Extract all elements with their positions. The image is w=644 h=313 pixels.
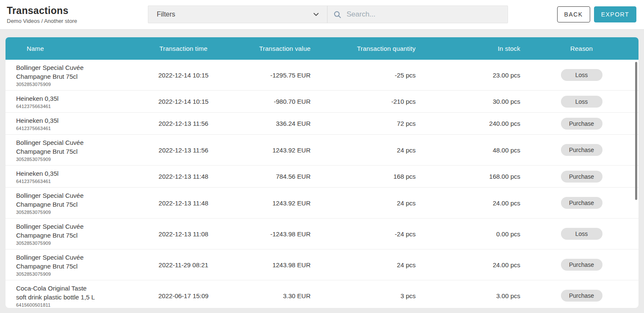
table-header: Name Transaction time Transaction value …	[6, 37, 638, 60]
page-title: Transactions	[7, 5, 77, 17]
in-stock: 168.00 pcs	[420, 166, 525, 188]
transaction-quantity: 24 pcs	[315, 135, 420, 166]
reason-badge: Purchase	[561, 118, 602, 130]
table-row[interactable]: Bollinger Special Cuvée Champagne Brut 7…	[6, 249, 638, 280]
table-body: Bollinger Special Cuvée Champagne Brut 7…	[6, 60, 638, 308]
column-header-reason: Reason	[525, 37, 638, 60]
product-name: Bollinger Special Cuvée Champagne Brut 7…	[16, 222, 120, 240]
reason-badge: Loss	[561, 96, 602, 108]
reason-badge: Purchase	[561, 197, 602, 209]
filters-label: Filters	[157, 11, 175, 18]
product-code: 6412375663461	[16, 126, 120, 131]
product-code: 6412375663461	[16, 104, 120, 109]
chevron-down-icon	[313, 11, 319, 18]
column-header-name: Name	[6, 37, 124, 60]
transactions-table: Name Transaction time Transaction value …	[6, 37, 638, 308]
transaction-quantity: 72 pcs	[315, 113, 420, 135]
in-stock: 3.00 pcs	[420, 280, 525, 308]
transaction-quantity: -24 pcs	[315, 219, 420, 249]
product-name: Coca-Cola Original Taste soft drink plas…	[16, 284, 120, 302]
reason-badge: Purchase	[561, 144, 602, 156]
in-stock: 23.00 pcs	[420, 60, 525, 91]
transaction-quantity: 24 pcs	[315, 188, 420, 219]
transaction-value: -1295.75 EUR	[243, 60, 315, 91]
column-header-transaction-value: Transaction value	[243, 37, 315, 60]
column-header-in-stock: In stock	[420, 37, 525, 60]
product-name: Heineken 0,35l	[16, 94, 120, 103]
product-name: Heineken 0,35l	[16, 116, 120, 125]
transaction-quantity: -210 pcs	[315, 91, 420, 113]
transaction-time: 2022-12-13 11:48	[124, 166, 243, 188]
product-name: Bollinger Special Cuvée Champagne Brut 7…	[16, 253, 120, 271]
search-icon	[333, 11, 341, 19]
filter-search-bar: Filters	[148, 6, 508, 23]
transactions-table-card: Name Transaction time Transaction value …	[6, 37, 638, 308]
in-stock: 24.00 pcs	[420, 249, 525, 280]
reason-badge: Loss	[561, 69, 602, 81]
product-code: 3052853075909	[16, 157, 120, 162]
transaction-value: 1243.92 EUR	[243, 135, 315, 166]
product-code: 6412375663461	[16, 179, 120, 184]
in-stock: 48.00 pcs	[420, 135, 525, 166]
transaction-value: 784.56 EUR	[243, 166, 315, 188]
transaction-time: 2022-11-29 08:21	[124, 249, 243, 280]
breadcrumb: Demo Videos / Another store	[7, 18, 77, 24]
action-buttons: BACK EXPORT	[557, 6, 636, 22]
product-code: 3052853075909	[16, 210, 120, 215]
in-stock: 30.00 pcs	[420, 91, 525, 113]
product-code: 6415600501811	[16, 302, 120, 307]
table-row[interactable]: Heineken 0,35l 6412375663461 2022-12-14 …	[6, 91, 638, 113]
product-code: 3052853075909	[16, 82, 120, 87]
product-name: Bollinger Special Cuvée Champagne Brut 7…	[16, 138, 120, 156]
in-stock: 0.00 pcs	[420, 219, 525, 249]
vertical-scrollbar[interactable]	[635, 62, 637, 200]
table-row[interactable]: Heineken 0,35l 6412375663461 2022-12-13 …	[6, 166, 638, 188]
transaction-quantity: 168 pcs	[315, 166, 420, 188]
search-area	[328, 6, 508, 23]
top-bar: Transactions Demo Videos / Another store…	[0, 0, 644, 30]
table-row[interactable]: Heineken 0,35l 6412375663461 2022-12-13 …	[6, 113, 638, 135]
product-code: 3052853075909	[16, 241, 120, 246]
search-input[interactable]	[347, 10, 502, 19]
table-row[interactable]: Bollinger Special Cuvée Champagne Brut 7…	[6, 219, 638, 249]
transaction-quantity: -25 pcs	[315, 60, 420, 91]
transaction-time: 2022-12-13 11:56	[124, 113, 243, 135]
table-row[interactable]: Bollinger Special Cuvée Champagne Brut 7…	[6, 188, 638, 219]
reason-badge: Loss	[561, 228, 602, 240]
product-name: Bollinger Special Cuvée Champagne Brut 7…	[16, 63, 120, 81]
back-button[interactable]: BACK	[557, 6, 590, 22]
transaction-value: 1243.98 EUR	[243, 249, 315, 280]
export-button[interactable]: EXPORT	[594, 6, 636, 22]
reason-badge: Purchase	[561, 171, 602, 183]
transaction-time: 2022-12-13 11:56	[124, 135, 243, 166]
table-row[interactable]: Coca-Cola Original Taste soft drink plas…	[6, 280, 638, 308]
table-row[interactable]: Bollinger Special Cuvée Champagne Brut 7…	[6, 135, 638, 166]
product-name: Bollinger Special Cuvée Champagne Brut 7…	[16, 191, 120, 209]
transaction-time: 2022-12-13 11:48	[124, 188, 243, 219]
transaction-time: 2022-12-14 10:15	[124, 60, 243, 91]
transaction-quantity: 3 pcs	[315, 280, 420, 308]
in-stock: 24.00 pcs	[420, 188, 525, 219]
title-block: Transactions Demo Videos / Another store	[7, 5, 77, 24]
transaction-value: -980.70 EUR	[243, 91, 315, 113]
column-header-transaction-quantity: Transaction quantity	[315, 37, 420, 60]
in-stock: 240.00 pcs	[420, 113, 525, 135]
transaction-value: -1243.98 EUR	[243, 219, 315, 249]
product-code: 3052853075909	[16, 271, 120, 277]
reason-badge: Purchase	[561, 259, 602, 271]
transaction-value: 336.24 EUR	[243, 113, 315, 135]
product-name: Heineken 0,35l	[16, 169, 120, 178]
transaction-value: 3.30 EUR	[243, 280, 315, 308]
transaction-time: 2022-12-13 11:08	[124, 219, 243, 249]
reason-badge: Purchase	[561, 290, 602, 302]
transaction-time: 2022-12-14 10:15	[124, 91, 243, 113]
transaction-value: 1243.92 EUR	[243, 188, 315, 219]
column-header-transaction-time: Transaction time	[124, 37, 243, 60]
filters-dropdown[interactable]: Filters	[148, 6, 328, 23]
transaction-quantity: 24 pcs	[315, 249, 420, 280]
table-row[interactable]: Bollinger Special Cuvée Champagne Brut 7…	[6, 60, 638, 91]
transaction-time: 2022-06-17 15:09	[124, 280, 243, 308]
